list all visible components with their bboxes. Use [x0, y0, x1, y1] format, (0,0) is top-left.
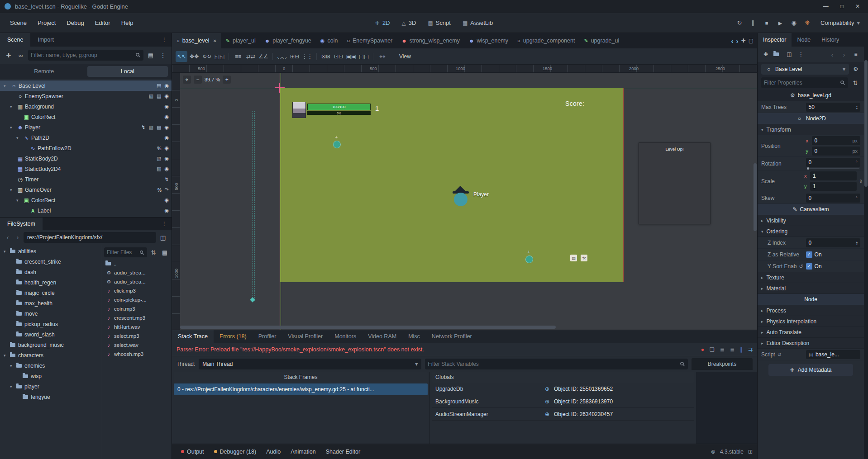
dock-options-icon[interactable] [157, 37, 172, 43]
canvas-tool-button[interactable] [320, 51, 332, 62]
workspace-button[interactable]: 2D [371, 17, 395, 28]
canvas-tool-button[interactable] [229, 53, 229, 60]
y-sort-checkbox[interactable] [806, 263, 812, 270]
playback-button[interactable] [774, 17, 786, 29]
playback-button[interactable] [788, 17, 800, 29]
filesystem-options-icon[interactable] [157, 221, 172, 227]
expand-arrow-icon[interactable] [16, 136, 23, 140]
folder-item[interactable]: max_health [0, 298, 102, 308]
spinner-icon[interactable] [856, 241, 858, 245]
bottom-panel-button[interactable]: Audio [262, 447, 285, 457]
file-item[interactable]: coin.mp3 [104, 304, 170, 313]
rotation-slider[interactable] [807, 168, 859, 169]
position-x-field[interactable]: 0px [812, 136, 860, 145]
bottom-panel-button[interactable]: Shader Editor [321, 447, 365, 457]
revert-icon[interactable] [799, 263, 803, 270]
node-badge-icon[interactable] [165, 176, 169, 182]
canvas-tool-button[interactable] [188, 51, 200, 62]
folder-item[interactable]: pickup_radius [0, 319, 102, 329]
debugger-tab[interactable]: Visual Profiler [282, 330, 329, 343]
global-variable-row[interactable]: AudioStreamManager Object ID: 2634023045… [432, 408, 694, 421]
thread-select[interactable]: Main Thread [199, 359, 421, 369]
scene-tree-item[interactable]: Base Level [0, 80, 172, 91]
node-badge-icon[interactable] [164, 83, 169, 89]
node-badge-icon[interactable] [164, 208, 169, 213]
folder-item[interactable]: fengyue [0, 392, 102, 402]
current-path[interactable]: res://ProjectFallenKingdom/sfx/ [24, 232, 156, 243]
scene-tree-item[interactable]: ColorRect [0, 195, 172, 205]
scene-tree-item[interactable]: ColorRect [0, 112, 172, 122]
expand-arrow-icon[interactable] [4, 353, 10, 358]
debugger-tab[interactable]: Video RAM [362, 330, 402, 343]
file-filter[interactable] [104, 247, 147, 257]
expand-all-icon[interactable] [730, 346, 734, 353]
scene-tree-item[interactable]: Path2D [0, 132, 172, 143]
scene-tab[interactable]: coin [316, 33, 343, 48]
file-item[interactable]: whoosh.mp3 [104, 350, 170, 359]
section-process[interactable]: Process [758, 305, 864, 316]
scene-tree-item[interactable]: GameOver [0, 185, 172, 195]
stack-variables-filter-input[interactable] [428, 361, 678, 367]
history-forward-icon[interactable]: › [14, 234, 22, 241]
save-resource-icon[interactable] [785, 50, 794, 59]
z-as-relative-checkbox[interactable] [806, 251, 812, 258]
bottom-panel-button[interactable]: Animation [286, 447, 320, 457]
z-index-field[interactable]: 0 [806, 238, 860, 247]
scene-filter[interactable] [28, 50, 143, 61]
bottom-panel-button[interactable]: Output [176, 447, 209, 457]
node-badge-icon[interactable] [165, 187, 169, 193]
tab-filesystem[interactable]: FileSystem [0, 218, 43, 230]
file-item[interactable]: coin-pickup-... [104, 295, 170, 304]
global-variable-row[interactable]: UpgradeDb Object ID: 25501369652 [432, 383, 694, 395]
canvas-tool-button[interactable] [258, 51, 269, 62]
workspace-button[interactable]: Script [423, 17, 455, 28]
tab-node[interactable]: Node [792, 33, 816, 47]
section-transform[interactable]: Transform [758, 124, 864, 135]
section-texture[interactable]: Texture [758, 272, 864, 283]
debugger-tab[interactable]: Stack Trace [172, 330, 214, 343]
scene-tab[interactable]: base_level [172, 33, 221, 48]
canvas-tool-button[interactable] [214, 51, 225, 62]
scene-tab[interactable]: strong_wisp_enemy [397, 33, 464, 48]
center-view-icon[interactable] [183, 76, 191, 84]
horizontal-scrollbar[interactable] [180, 326, 753, 329]
bottom-panel-button[interactable]: Debugger (18) [210, 447, 261, 457]
zoom-level[interactable]: 39.7 % [205, 77, 220, 82]
new-scene-tab-icon[interactable] [741, 38, 746, 44]
viewport-canvas[interactable]: 100/100 0% 1 Score: Player + + ▤⚒ [180, 73, 757, 330]
folder-item[interactable]: background_music [0, 340, 102, 350]
scene-tab[interactable]: wisp_enemy [464, 33, 513, 48]
close-button[interactable]: ✕ [855, 3, 860, 9]
node-badge-icon[interactable] [157, 156, 161, 161]
expand-arrow-icon[interactable] [4, 249, 10, 254]
file-item[interactable]: hitHurt.wav [104, 322, 170, 331]
expand-arrow-icon[interactable] [10, 125, 16, 130]
canvas-tool-button[interactable] [316, 53, 317, 60]
scene-tab[interactable]: player_ui [221, 33, 260, 48]
scene-tree-item[interactable]: Label [0, 205, 172, 216]
property-filter[interactable] [761, 77, 848, 88]
instance-scene-button[interactable] [16, 50, 26, 60]
resource-options-icon[interactable] [796, 50, 806, 59]
tab-import[interactable]: Import [30, 33, 61, 47]
load-resource-icon[interactable] [773, 50, 782, 59]
folder-item[interactable]: characters [0, 350, 102, 360]
menu-item[interactable]: Debug [61, 17, 89, 29]
tab-inspector[interactable]: Inspector [758, 33, 792, 47]
debugger-tab[interactable]: Monitors [329, 330, 362, 343]
class-header-canvasitem[interactable]: ✎ CanvasItem [758, 204, 864, 215]
section-material[interactable]: Material [758, 283, 864, 294]
zoom-in-button[interactable]: + [223, 76, 231, 84]
remote-button[interactable]: Remote [4, 66, 85, 77]
scene-tab[interactable]: upgrade_component [513, 33, 579, 48]
edited-object-selector[interactable]: Base Level [761, 64, 849, 75]
folder-item[interactable]: sword_slash [0, 329, 102, 340]
spinner-icon[interactable] [856, 105, 858, 109]
scene-tree-item[interactable]: Timer [0, 174, 172, 185]
menu-item[interactable]: Editor [90, 17, 116, 29]
menu-item[interactable]: Scene [5, 17, 32, 29]
node-badge-icon[interactable] [157, 146, 161, 151]
debugger-tab[interactable]: Profiler [253, 330, 282, 343]
scene-tree-options-icon[interactable] [158, 50, 168, 60]
playback-button[interactable] [801, 17, 813, 29]
